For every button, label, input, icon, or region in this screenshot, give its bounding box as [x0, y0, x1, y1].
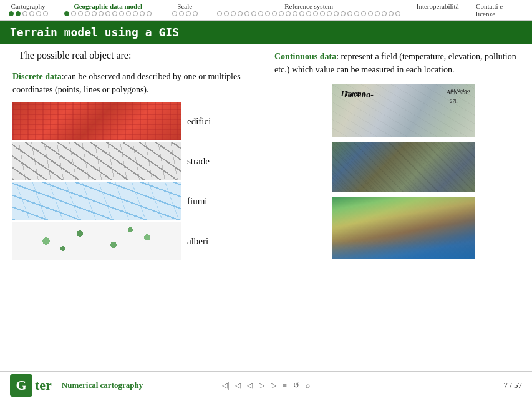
dot — [313, 11, 318, 16]
footer: G ter Numerical cartography ◁| ◁ ◁ ▷ ▷ ≡… — [0, 371, 532, 399]
dot — [193, 11, 198, 16]
dot — [140, 11, 145, 16]
top-navigation: Cartography Geographic data model — [0, 0, 532, 21]
left-column: The possible real object are: Discrete d… — [12, 50, 268, 368]
alberi-image — [12, 222, 181, 260]
dot — [133, 11, 138, 16]
dot — [258, 11, 263, 16]
nav-interoperabilita[interactable]: Interoperabilità — [408, 1, 467, 12]
dot — [231, 11, 236, 16]
logo-g-icon: G — [10, 374, 32, 397]
dot — [320, 11, 325, 16]
nav-separator2: ▷ — [259, 381, 264, 390]
fiumi-label: fiumi — [187, 196, 208, 207]
footer-navigation-icons[interactable]: ◁| ◁ ◁ ▷ ▷ ≡ ↺ ⌕ — [222, 381, 310, 390]
nav-last-icon[interactable]: ↺ — [293, 381, 299, 390]
slide-header: Terrain model using a GIS — [0, 21, 532, 44]
dot — [119, 11, 124, 16]
edifici-label: edifici — [187, 116, 211, 127]
nav-geographic-label: Geographic data model — [74, 2, 142, 10]
dot — [71, 11, 76, 16]
dot — [105, 11, 110, 16]
dot — [85, 11, 90, 16]
dot — [265, 11, 270, 16]
alberi-label: alberi — [187, 236, 208, 247]
nav-separator3: ≡ — [283, 381, 287, 390]
dot — [368, 11, 373, 16]
list-item: strade — [12, 142, 268, 180]
logo-ter-text: ter — [35, 377, 52, 393]
dot — [99, 11, 104, 16]
strade-label: strade — [187, 156, 210, 167]
dot — [9, 11, 14, 16]
continuous-description: Continuous data: represent a field (temp… — [274, 50, 520, 76]
continuous-images: Lavena- Al Noldo 27h — [274, 84, 520, 259]
dot — [29, 11, 34, 16]
dot — [341, 11, 346, 16]
dot — [43, 11, 48, 16]
nav-scale-dots — [172, 11, 198, 16]
topo-overlay — [332, 142, 475, 192]
footer-title: Numerical cartography — [62, 380, 143, 390]
nav-cartography[interactable]: Cartography — [0, 1, 56, 17]
dot — [186, 11, 191, 16]
terrain-water — [332, 240, 475, 259]
dot — [382, 11, 387, 16]
continuous-label: Continuous data — [274, 52, 336, 61]
nav-interop-label: Interoperabilità — [417, 2, 459, 10]
edifici-image — [12, 102, 181, 140]
dot — [147, 11, 152, 16]
nav-reference-label: Reference system — [284, 2, 333, 10]
nav-contatti-label: Contatti e licenze — [476, 2, 523, 17]
discrete-items-grid: edifici strade fiumi alberi — [12, 102, 268, 260]
nav-first-icon[interactable]: ◁| — [222, 381, 229, 390]
dot — [279, 11, 284, 16]
dot — [354, 11, 359, 16]
footer-logo: G ter — [10, 374, 52, 397]
nav-prev-icon[interactable]: ◁ — [235, 381, 241, 390]
dot — [172, 11, 177, 16]
dot — [36, 11, 41, 16]
nav-reference-dots — [217, 11, 400, 16]
dot — [16, 11, 21, 16]
nav-scale[interactable]: Scale — [160, 1, 210, 17]
map-label-alnoldo: Al Noldo — [450, 87, 470, 94]
nav-scale-label: Scale — [177, 2, 192, 10]
nav-reference-system[interactable]: Reference system — [210, 1, 408, 17]
dot — [92, 11, 97, 16]
page-number: 7 / 57 — [503, 380, 522, 390]
dot — [217, 11, 222, 16]
right-column: Continuous data: represent a field (temp… — [274, 50, 520, 368]
dot — [306, 11, 311, 16]
dot — [347, 11, 352, 16]
list-item: alberi — [12, 222, 268, 260]
terrain-image — [332, 197, 475, 259]
dot — [334, 11, 339, 16]
list-item: fiumi — [12, 182, 268, 220]
dot — [126, 11, 131, 16]
dot — [395, 11, 400, 16]
nav-cartography-label: Cartography — [11, 2, 46, 10]
slide-title: Terrain model using a GIS — [10, 26, 179, 39]
dot — [238, 11, 243, 16]
dot — [78, 11, 83, 16]
main-content: The possible real object are: Discrete d… — [0, 44, 532, 375]
dot — [272, 11, 277, 16]
topo-image — [332, 142, 475, 192]
map-overlay — [332, 84, 475, 137]
dot — [361, 11, 366, 16]
dot — [389, 11, 394, 16]
nav-zoom-icon[interactable]: ⌕ — [306, 381, 310, 390]
dot — [224, 11, 229, 16]
nav-contatti[interactable]: Contatti e licenze — [467, 1, 532, 20]
fiumi-image — [12, 182, 181, 220]
dot — [112, 11, 117, 16]
nav-separator1: ◁ — [247, 381, 253, 390]
nav-cartography-dots — [9, 11, 48, 16]
dot — [327, 11, 332, 16]
nav-next-icon[interactable]: ▷ — [271, 381, 276, 390]
nav-geographic-data-model[interactable]: Geographic data model — [56, 1, 160, 17]
dot — [179, 11, 184, 16]
dot — [299, 11, 304, 16]
discrete-label: Discrete data — [12, 72, 62, 81]
